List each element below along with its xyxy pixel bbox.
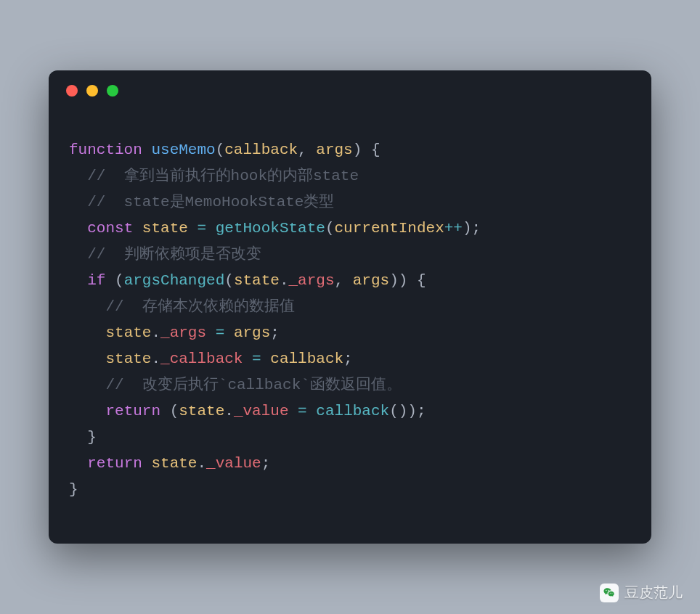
keyword: const: [87, 220, 133, 237]
punct: );: [463, 220, 481, 237]
operator: =: [243, 351, 270, 367]
traffic-light-zoom-icon: [107, 85, 118, 97]
operator: =: [188, 220, 216, 237]
indent: [69, 272, 87, 289]
punct: (: [325, 220, 335, 237]
property: _value: [206, 455, 261, 472]
punct: .: [151, 351, 160, 367]
punct: (: [389, 403, 399, 419]
punct: ,: [335, 272, 353, 289]
comment: // 拿到当前执行的hook的内部state: [69, 168, 359, 184]
operator: ++: [444, 220, 463, 237]
indent: [69, 455, 87, 472]
traffic-light-close-icon: [66, 85, 78, 97]
indent: [69, 351, 105, 367]
identifier: state: [151, 455, 197, 472]
keyword: return: [87, 455, 142, 472]
comment: // 存储本次依赖的数据值: [69, 298, 295, 315]
watermark: 豆皮范儿: [600, 583, 683, 602]
property: _callback: [160, 351, 243, 367]
identifier: state: [234, 272, 280, 289]
operator: =: [206, 324, 234, 341]
param: callback: [224, 142, 298, 158]
indent: [69, 403, 105, 419]
keyword: function: [69, 142, 142, 158]
code-block: function useMemo(callback, args) { // 拿到…: [49, 111, 651, 544]
indent: [69, 220, 87, 237]
identifier: args: [234, 324, 270, 341]
keyword: if: [87, 272, 105, 289]
call: getHookState: [216, 220, 325, 237]
punct: ) {: [399, 272, 426, 289]
identifier: currentIndex: [335, 220, 444, 237]
punct: ): [389, 272, 399, 289]
punct: ;: [261, 455, 271, 472]
punct: (: [105, 272, 123, 289]
function-name: useMemo: [151, 142, 215, 158]
identifier: state: [105, 351, 151, 367]
punct: (: [216, 142, 225, 158]
punct: ;: [270, 324, 280, 341]
punct: (: [224, 272, 234, 289]
punct: }: [69, 429, 97, 446]
comment: // 判断依赖项是否改变: [69, 246, 261, 263]
punct: (: [160, 403, 179, 419]
property: _args: [160, 324, 206, 341]
watermark-label: 豆皮范儿: [624, 583, 683, 602]
identifier: state: [142, 220, 188, 237]
traffic-light-minimize-icon: [86, 85, 98, 97]
operator: =: [289, 403, 317, 419]
property: _value: [234, 403, 289, 419]
punct: .: [280, 272, 289, 289]
keyword: return: [105, 403, 160, 419]
punct: ) {: [353, 142, 380, 158]
punct: ,: [298, 142, 316, 158]
comment: // state是MemoHookState类型: [69, 194, 334, 210]
identifier: callback: [270, 351, 343, 367]
punct: .: [151, 324, 160, 341]
property: _args: [289, 272, 335, 289]
punct: }: [69, 481, 78, 498]
param: args: [316, 142, 352, 158]
identifier: state: [105, 324, 151, 341]
indent: [69, 324, 105, 341]
call: callback: [316, 403, 389, 419]
window-titlebar: [49, 70, 651, 111]
punct: [142, 455, 152, 472]
punct: ;: [343, 351, 353, 367]
punct: ));: [399, 403, 426, 419]
comment: // 改变后执行`callback`函数返回值。: [69, 377, 402, 393]
punct: .: [197, 455, 206, 472]
call: argsChanged: [124, 272, 225, 289]
wechat-icon: [600, 584, 619, 602]
stage: function useMemo(callback, args) { // 拿到…: [0, 0, 700, 614]
code-window: function useMemo(callback, args) { // 拿到…: [49, 70, 651, 544]
identifier: state: [179, 403, 224, 419]
identifier: args: [353, 272, 389, 289]
punct: .: [224, 403, 234, 419]
